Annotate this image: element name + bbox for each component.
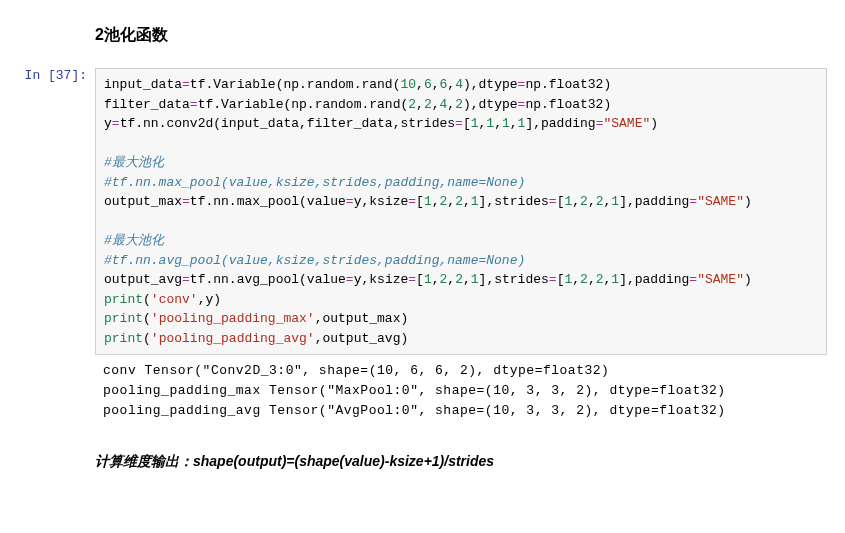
code-text: tf.Variable(np.random.rand( [190, 77, 401, 92]
input-prompt: In [37]: [0, 68, 95, 83]
heading-content: 2池化函数 [95, 25, 845, 68]
code-text: , [572, 272, 580, 287]
code-text: = [549, 272, 557, 287]
code-cell-row: In [37]: input_data=tf.Variable(np.rando… [0, 68, 845, 471]
code-text: 'conv' [151, 292, 198, 307]
code-text: ],strides [479, 194, 549, 209]
code-text: ),dtype [463, 77, 518, 92]
code-text: "SAME" [603, 116, 650, 131]
code-text: = [182, 272, 190, 287]
code-text: output_avg [104, 272, 182, 287]
code-text: 'pooling_padding_avg' [151, 331, 315, 346]
code-text: np.float32) [525, 77, 611, 92]
code-text: [ [416, 194, 424, 209]
code-text: 2 [424, 97, 432, 112]
code-text: tf.nn.max_pool(value [190, 194, 346, 209]
code-text: "SAME" [697, 194, 744, 209]
code-text: = [408, 194, 416, 209]
code-text: ,output_max) [315, 311, 409, 326]
code-text: = [182, 194, 190, 209]
code-text: np.float32) [525, 97, 611, 112]
code-text: , [432, 272, 440, 287]
code-text: , [494, 116, 502, 131]
code-text: = [190, 97, 198, 112]
code-text: 2 [408, 97, 416, 112]
code-text: = [112, 116, 120, 131]
code-text: tf.nn.conv2d(input_data,filter_data,stri… [120, 116, 455, 131]
output-line: pooling_padding_max Tensor("MaxPool:0", … [103, 383, 726, 398]
code-text: , [588, 272, 596, 287]
code-text: 2 [596, 272, 604, 287]
code-text: output_max [104, 194, 182, 209]
output-line: conv Tensor("Conv2D_3:0", shape=(10, 6, … [103, 363, 609, 378]
code-text: = [455, 116, 463, 131]
code-comment: #最大池化 [104, 233, 164, 248]
code-text: , [447, 97, 455, 112]
code-text: 1 [471, 194, 479, 209]
code-text: , [447, 194, 455, 209]
code-text: 2 [455, 194, 463, 209]
code-text: y,ksize [354, 194, 409, 209]
section-title: 2池化函数 [95, 25, 827, 46]
code-text: ],padding [525, 116, 595, 131]
code-text: 2 [596, 194, 604, 209]
code-text: = [346, 272, 354, 287]
code-text: 2 [455, 97, 463, 112]
code-text: = [182, 77, 190, 92]
code-comment: #tf.nn.avg_pool(value,ksize,strides,padd… [104, 253, 525, 268]
code-text: tf.Variable(np.random.rand( [198, 97, 409, 112]
code-text: 1 [486, 116, 494, 131]
output-cell: conv Tensor("Conv2D_3:0", shape=(10, 6, … [95, 355, 827, 421]
code-text: 'pooling_padding_max' [151, 311, 315, 326]
code-text: , [510, 116, 518, 131]
code-text: ],strides [479, 272, 549, 287]
code-text: , [432, 97, 440, 112]
code-text: 1 [611, 272, 619, 287]
code-text: ) [744, 272, 752, 287]
code-text: y,ksize [354, 272, 409, 287]
code-text: 2 [580, 272, 588, 287]
code-text: 1 [611, 194, 619, 209]
code-text: [ [416, 272, 424, 287]
code-text: ( [143, 331, 151, 346]
code-text: , [447, 77, 455, 92]
code-text: input_data [104, 77, 182, 92]
code-text: = [549, 194, 557, 209]
code-text: 1 [424, 194, 432, 209]
code-comment: #tf.nn.max_pool(value,ksize,strides,padd… [104, 175, 525, 190]
code-text: 6 [424, 77, 432, 92]
code-text: ),dtype [463, 97, 518, 112]
code-text: ,output_avg) [315, 331, 409, 346]
code-text: 4 [455, 77, 463, 92]
code-text: = [689, 272, 697, 287]
code-text: 1 [502, 116, 510, 131]
code-text: ( [143, 292, 151, 307]
code-text: ) [744, 194, 752, 209]
code-text: tf.nn.avg_pool(value [190, 272, 346, 287]
code-text: ],padding [619, 272, 689, 287]
code-text: , [572, 194, 580, 209]
code-text: [ [463, 116, 471, 131]
code-text: print [104, 331, 143, 346]
code-text: = [408, 272, 416, 287]
code-text: ( [143, 311, 151, 326]
code-text: 2 [580, 194, 588, 209]
code-text: print [104, 311, 143, 326]
heading-row: 2池化函数 [0, 25, 845, 68]
code-text: "SAME" [697, 272, 744, 287]
code-text: , [416, 97, 424, 112]
code-text: 1 [471, 272, 479, 287]
code-text: , [432, 194, 440, 209]
code-text: print [104, 292, 143, 307]
output-line: pooling_padding_avg Tensor("AvgPool:0", … [103, 403, 726, 418]
code-text: , [463, 272, 471, 287]
code-text: = [689, 194, 697, 209]
code-text: , [588, 194, 596, 209]
code-text: 10 [400, 77, 416, 92]
code-cell-content: input_data=tf.Variable(np.random.rand(10… [95, 68, 845, 471]
code-text: filter_data [104, 97, 190, 112]
code-text: = [346, 194, 354, 209]
code-text: ,y) [198, 292, 221, 307]
code-cell[interactable]: input_data=tf.Variable(np.random.rand(10… [95, 68, 827, 355]
code-text: , [447, 272, 455, 287]
